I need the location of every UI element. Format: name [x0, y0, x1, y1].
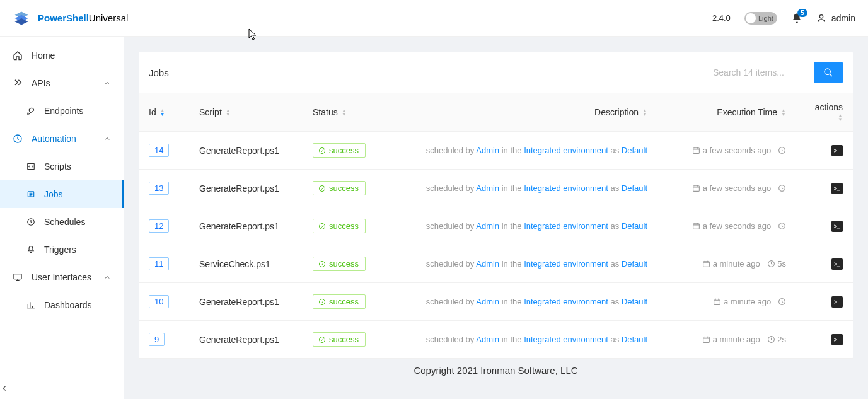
env-link[interactable]: Integrated environment	[524, 335, 608, 344]
user-link[interactable]: Admin	[476, 221, 499, 231]
check-circle-icon	[318, 260, 326, 268]
sidebar-collapse-button[interactable]	[0, 384, 124, 393]
sidebar-item-triggers[interactable]: Triggers	[0, 236, 124, 263]
terminal-action-button[interactable]: >_	[831, 258, 843, 270]
api-icon	[13, 78, 23, 88]
terminal-action-button[interactable]: >_	[831, 221, 843, 232]
check-circle-icon	[318, 147, 326, 154]
search-button[interactable]	[814, 62, 843, 83]
search-input[interactable]	[707, 62, 814, 83]
env-link[interactable]: Integrated environment	[524, 183, 608, 193]
notifications-button[interactable]: 5	[791, 13, 802, 24]
logo-area[interactable]: PowerShellUniversal	[13, 9, 128, 27]
trigger-icon	[26, 245, 35, 254]
sidebar-item-schedules[interactable]: Schedules	[0, 208, 124, 236]
id-badge[interactable]: 9	[149, 333, 165, 346]
default-link[interactable]: Default	[622, 335, 647, 344]
svg-point-19	[320, 299, 325, 304]
theme-toggle[interactable]: Light	[744, 12, 777, 25]
monitor-icon	[13, 272, 23, 282]
table-row[interactable]: 10 GenerateReport.ps1 success scheduled …	[139, 283, 853, 321]
id-badge[interactable]: 12	[149, 219, 169, 233]
id-badge[interactable]: 13	[149, 182, 169, 195]
description-cell: scheduled by Admin in the Integrated env…	[391, 132, 657, 170]
check-circle-icon	[318, 223, 326, 230]
sidebar-item-apis[interactable]: APIs	[0, 69, 124, 97]
default-link[interactable]: Default	[622, 146, 647, 155]
notification-badge: 5	[797, 9, 807, 17]
svg-point-10	[320, 185, 325, 191]
env-link[interactable]: Integrated environment	[524, 259, 608, 269]
svg-point-16	[320, 261, 325, 267]
exec-cell: a few seconds ago	[657, 170, 796, 207]
duration-icon	[778, 298, 786, 306]
status-badge: success	[313, 181, 366, 195]
terminal-action-button[interactable]: >_	[831, 296, 843, 308]
duration-icon	[767, 335, 775, 344]
sidebar-item-dashboards[interactable]: Dashboards	[0, 291, 124, 319]
default-link[interactable]: Default	[622, 221, 647, 231]
default-link[interactable]: Default	[622, 297, 647, 306]
sidebar-item-scripts[interactable]: Scripts	[0, 153, 124, 180]
description-cell: scheduled by Admin in the Integrated env…	[391, 170, 657, 207]
exec-cell: a few seconds ago	[657, 207, 796, 245]
id-badge[interactable]: 14	[149, 144, 169, 157]
table-row[interactable]: 13 GenerateReport.ps1 success scheduled …	[139, 170, 853, 207]
col-script[interactable]: Script▲▼	[189, 93, 303, 132]
user-link[interactable]: Admin	[476, 183, 499, 193]
col-description[interactable]: Description▲▼	[391, 93, 657, 132]
col-exec[interactable]: Execution Time▲▼	[657, 93, 796, 132]
svg-rect-23	[703, 337, 710, 343]
script-cell: GenerateReport.ps1	[189, 321, 303, 359]
terminal-action-button[interactable]: >_	[831, 145, 843, 156]
user-link[interactable]: Admin	[476, 335, 499, 344]
default-link[interactable]: Default	[622, 259, 647, 269]
page-title: Jobs	[149, 67, 169, 78]
duration-icon	[778, 184, 786, 192]
script-cell: GenerateReport.ps1	[189, 283, 303, 321]
sidebar-item-automation[interactable]: Automation	[0, 125, 124, 153]
terminal-action-button[interactable]: >_	[831, 183, 843, 194]
duration-icon	[778, 146, 786, 154]
status-badge: success	[313, 219, 366, 233]
jobs-icon	[26, 190, 35, 199]
env-link[interactable]: Integrated environment	[524, 297, 608, 306]
description-cell: scheduled by Admin in the Integrated env…	[391, 283, 657, 321]
table-row[interactable]: 9 GenerateReport.ps1 success scheduled b…	[139, 321, 853, 359]
table-row[interactable]: 11 ServiceCheck.ps1 success scheduled by…	[139, 245, 853, 283]
terminal-action-button[interactable]: >_	[831, 334, 843, 345]
sidebar-item-user-interfaces[interactable]: User Interfaces	[0, 263, 124, 291]
default-link[interactable]: Default	[622, 183, 647, 193]
table-row[interactable]: 12 GenerateReport.ps1 success scheduled …	[139, 207, 853, 245]
description-cell: scheduled by Admin in the Integrated env…	[391, 245, 657, 283]
col-status[interactable]: Status▲▼	[303, 93, 391, 132]
status-badge: success	[313, 332, 366, 347]
status-badge: success	[313, 143, 366, 158]
sidebar-item-endpoints[interactable]: Endpoints	[0, 97, 124, 125]
user-link[interactable]: Admin	[476, 259, 499, 269]
sidebar-item-home[interactable]: Home	[0, 42, 124, 69]
username-label: admin	[831, 13, 855, 23]
user-link[interactable]: Admin	[476, 297, 499, 306]
svg-rect-8	[693, 148, 700, 154]
id-badge[interactable]: 10	[149, 295, 169, 308]
script-cell: GenerateReport.ps1	[189, 207, 303, 245]
status-badge: success	[313, 257, 366, 271]
svg-rect-14	[693, 224, 700, 229]
exec-cell: a few seconds ago	[657, 132, 796, 170]
code-icon	[26, 162, 35, 171]
table-row[interactable]: 14 GenerateReport.ps1 success scheduled …	[139, 132, 853, 170]
env-link[interactable]: Integrated environment	[524, 221, 608, 231]
user-link[interactable]: Admin	[476, 146, 499, 155]
id-badge[interactable]: 11	[149, 257, 169, 270]
status-badge: success	[313, 294, 366, 309]
script-cell: GenerateReport.ps1	[189, 132, 303, 170]
chevron-up-icon	[103, 135, 111, 142]
env-link[interactable]: Integrated environment	[524, 146, 608, 155]
user-menu[interactable]: admin	[816, 13, 855, 23]
version-label: 2.4.0	[712, 13, 731, 23]
col-actions[interactable]: actions▲▼	[796, 93, 853, 132]
description-cell: scheduled by Admin in the Integrated env…	[391, 321, 657, 359]
col-id[interactable]: Id▲▼	[139, 93, 189, 132]
sidebar-item-jobs[interactable]: Jobs	[0, 180, 124, 208]
